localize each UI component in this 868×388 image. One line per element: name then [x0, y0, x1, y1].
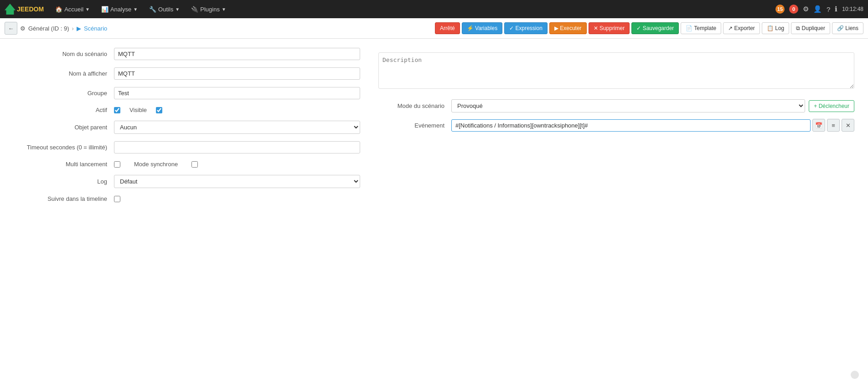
chevron-down-icon: ▼ — [222, 7, 226, 12]
breadcrumb: ⚙ Général (ID : 9) › ▶ Scénario — [20, 25, 107, 32]
dupliquer-button[interactable]: ⧉ Dupliquer — [791, 22, 830, 34]
nav-item-outils[interactable]: 🔧 Outils ▼ — [145, 0, 184, 18]
evenement-calendar-button[interactable]: 📅 — [812, 119, 825, 132]
form-group-actif-visible: Actif Visible — [14, 107, 360, 113]
nav-analyse-label: Analyse — [110, 6, 131, 13]
actif-label: Actif — [14, 107, 114, 113]
expression-button[interactable]: ✓ Expression — [504, 22, 548, 34]
visible-label: Visible — [129, 107, 147, 113]
supprimer-button[interactable]: ✕ Supprimer — [589, 22, 630, 34]
user-icon[interactable]: 👤 — [813, 5, 822, 13]
suivre-timeline-checkbox[interactable] — [114, 196, 120, 202]
clock-time: 10:12:48 — [842, 6, 863, 12]
suivre-timeline-label: Suivre dans la timeline — [14, 195, 114, 202]
actif-visible-group: Visible — [114, 107, 162, 113]
evenement-label: Evénement — [378, 122, 451, 129]
mode-scenario-label: Mode du scénario — [378, 102, 451, 109]
liens-button[interactable]: 🔗 Liens — [832, 22, 863, 34]
multi-lancement-label: Multi lancement — [14, 161, 114, 168]
form-left: Nom du scénario Nom à afficher Groupe Ac… — [14, 48, 360, 209]
home-icon: 🏠 — [55, 6, 62, 13]
remove-icon: ✕ — [846, 122, 851, 129]
nav-item-accueil[interactable]: 🏠 Accueil ▼ — [51, 0, 94, 18]
mode-scenario-select[interactable]: Provoqué Programmé Déclenché — [451, 99, 805, 112]
nom-scenario-label: Nom du scénario — [14, 51, 114, 57]
exporter-button[interactable]: ↗ Exporter — [723, 22, 760, 34]
form-group-nom-afficher: Nom à afficher — [14, 67, 360, 80]
logo-icon — [5, 4, 16, 15]
template-button[interactable]: 📄 Template — [681, 22, 721, 34]
declencheur-button[interactable]: + Déclencheur — [809, 100, 854, 112]
arrete-button[interactable]: Arrêté — [435, 22, 460, 34]
variables-button[interactable]: ⚡ Variables — [462, 22, 502, 34]
calendar-icon: 📅 — [815, 122, 822, 129]
breadcrumb-separator: › — [72, 25, 74, 32]
badge-red[interactable]: 0 — [789, 5, 798, 14]
logo-text: JEEDOM — [17, 5, 44, 13]
settings-nav-icon[interactable]: ⚙ — [803, 5, 809, 13]
navbar: JEEDOM 🏠 Accueil ▼ 📊 Analyse ▼ 🔧 Outils … — [0, 0, 868, 18]
form-group-objet-parent: Objet parent Aucun — [14, 121, 360, 134]
settings-breadcrumb-icon: ⚙ — [20, 25, 26, 32]
breadcrumb-scenario[interactable]: Scénario — [84, 25, 107, 32]
nom-afficher-label: Nom à afficher — [14, 70, 114, 77]
evenement-control: 📅 ≡ ✕ — [451, 119, 854, 132]
groupe-label: Groupe — [14, 90, 114, 97]
toolbar: ← ⚙ Général (ID : 9) › ▶ Scénario Arrêté… — [0, 18, 868, 39]
log-select[interactable]: Défaut Info Debug Erreur — [114, 175, 360, 188]
form-group-log: Log Défaut Info Debug Erreur — [14, 175, 360, 188]
breadcrumb-general[interactable]: Général (ID : 9) — [28, 25, 69, 32]
form-group-nom-scenario: Nom du scénario — [14, 48, 360, 60]
timeout-label: Timeout secondes (0 = illimité) — [14, 144, 114, 151]
description-textarea[interactable] — [378, 52, 854, 89]
plus-icon: + — [814, 103, 817, 109]
multi-lancement-checkbox[interactable] — [114, 161, 120, 168]
list-icon: ≡ — [832, 122, 835, 129]
sauvegarder-button[interactable]: ✓ Sauvegarder — [631, 22, 679, 34]
log-label: Log — [14, 178, 114, 185]
nom-afficher-input[interactable] — [114, 67, 360, 80]
form-group-multi: Multi lancement Mode synchrone — [14, 161, 360, 168]
multi-mode-group: Mode synchrone — [114, 161, 198, 168]
toolbar-right: Arrêté ⚡ Variables ✓ Expression ▶ Execut… — [435, 22, 863, 34]
nom-scenario-input[interactable] — [114, 48, 360, 60]
badge-orange[interactable]: 15 — [775, 5, 785, 14]
analyse-icon: 📊 — [101, 6, 108, 13]
tools-icon: 🔧 — [149, 6, 156, 13]
nav-outils-label: Outils — [158, 6, 173, 13]
chevron-down-icon: ▼ — [85, 7, 90, 12]
navbar-brand: JEEDOM — [5, 4, 44, 15]
form-section: Nom du scénario Nom à afficher Groupe Ac… — [14, 48, 854, 209]
nav-accueil-label: Accueil — [64, 6, 83, 13]
evenement-input[interactable] — [451, 119, 811, 132]
objet-parent-label: Objet parent — [14, 124, 114, 131]
corner-indicator — [851, 371, 859, 379]
back-button[interactable]: ← — [5, 22, 17, 35]
form-group-timeout: Timeout secondes (0 = illimité) — [14, 141, 360, 153]
info-icon[interactable]: ℹ — [835, 5, 837, 13]
form-right: Mode du scénario Provoqué Programmé Décl… — [378, 48, 854, 209]
form-group-evenement: Evénement 📅 ≡ ✕ — [378, 119, 854, 132]
nav-item-plugins[interactable]: 🔌 Plugins ▼ — [186, 0, 231, 18]
actif-checkbox[interactable] — [114, 107, 120, 113]
back-arrow-icon: ← — [8, 25, 14, 32]
objet-parent-select[interactable]: Aucun — [114, 121, 360, 134]
evenement-list-button[interactable]: ≡ — [827, 119, 840, 132]
log-button[interactable]: 📋 Log — [762, 22, 789, 34]
visible-checkbox[interactable] — [156, 107, 162, 113]
description-group — [378, 52, 854, 90]
main-content: Nom du scénario Nom à afficher Groupe Ac… — [0, 39, 868, 388]
groupe-input[interactable] — [114, 87, 360, 99]
form-group-mode-scenario: Mode du scénario Provoqué Programmé Décl… — [378, 99, 854, 112]
chevron-down-icon: ▼ — [133, 7, 138, 12]
help-icon[interactable]: ? — [827, 5, 830, 13]
timeout-input[interactable] — [114, 141, 360, 153]
mode-synchrone-checkbox[interactable] — [191, 161, 198, 168]
form-group-groupe: Groupe — [14, 87, 360, 99]
evenement-remove-button[interactable]: ✕ — [842, 119, 854, 132]
executer-button[interactable]: ▶ Executer — [549, 22, 587, 34]
chevron-down-icon: ▼ — [175, 7, 180, 12]
form-group-timeline: Suivre dans la timeline — [14, 195, 360, 202]
toolbar-left: ← ⚙ Général (ID : 9) › ▶ Scénario — [5, 22, 433, 35]
nav-item-analyse[interactable]: 📊 Analyse ▼ — [97, 0, 142, 18]
